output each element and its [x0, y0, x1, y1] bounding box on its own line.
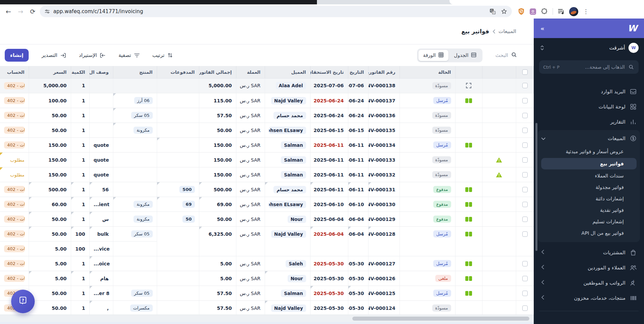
customer-badge[interactable]: Mohsen ELsawy — [269, 201, 306, 208]
import-button[interactable]: الإستيراد — [79, 52, 106, 58]
product-badge[interactable]: مكرونة — [134, 127, 152, 134]
customer-badge[interactable]: Najd Valley — [271, 97, 306, 104]
site-settings-icon[interactable] — [45, 9, 50, 14]
sidebar-subitem[interactable]: سندات العملاء — [538, 170, 640, 182]
invoice-row[interactable]: ملغىINV-0001262025-05-302025-05-30NourSA… — [0, 271, 534, 286]
customer-badge[interactable]: Najd Valley — [271, 230, 306, 238]
bookmark-star-icon[interactable] — [501, 8, 507, 14]
account-badge[interactable]: 402 - مبيعات — [4, 186, 25, 193]
invoice-row[interactable]: مسودّةINV-0001242025-05-302025-05-30Najd… — [0, 301, 534, 315]
customer-badge[interactable]: Salman — [281, 141, 306, 149]
invoice-row[interactable]: ...vice1005.00402 - مبيعات — [0, 241, 534, 256]
account-badge[interactable]: 402 - مبيعات — [4, 127, 25, 134]
invoice-row[interactable]: مسودّةINV-0001382025-07-062025-07-06Alaa… — [0, 78, 534, 93]
account-badge[interactable]: 402 - مبيعات — [4, 112, 25, 119]
row-checkbox[interactable] — [522, 83, 528, 88]
search-button[interactable]: البحث — [495, 52, 517, 59]
account-badge[interactable]: 402 - مبيعات — [4, 82, 25, 89]
horizontal-scrollbar-thumb[interactable] — [352, 317, 529, 321]
row-checkbox[interactable] — [522, 261, 528, 266]
invoice-row[interactable]: مسودّةINV-0001362025-06-242025-06-24محمد… — [0, 108, 534, 123]
sidebar-subitem[interactable]: إشعارات دائنة — [538, 193, 640, 204]
column-header-select[interactable] — [516, 66, 534, 78]
sidebar-item-reports[interactable]: التقارير — [538, 114, 640, 129]
row-checkbox[interactable] — [522, 217, 528, 222]
sidebar-subitem[interactable]: عروض أسعار و فواتير مبدئية — [538, 146, 640, 157]
browser-menu-icon[interactable]: ⋮ — [583, 8, 589, 15]
horizontal-scrollbar[interactable] — [0, 315, 534, 322]
account-badge[interactable]: 402 - مبيعات — [4, 230, 25, 237]
journal-entry-icon[interactable] — [460, 202, 478, 207]
row-checkbox[interactable] — [522, 291, 528, 296]
shield-extension-icon[interactable] — [518, 8, 525, 15]
account-badge[interactable]: 402 - مبيعات — [4, 275, 25, 282]
customer-badge[interactable]: Salman — [281, 156, 306, 164]
sidebar-item-inventory[interactable]: منتجات، خدمات، مخزون — [538, 290, 640, 305]
sidebar-subitem[interactable]: فواتير نقدية — [538, 204, 640, 216]
sidebar-item-contacts[interactable]: العملاء و الموردين — [538, 260, 640, 275]
customer-badge[interactable]: محمد حسام — [273, 186, 306, 193]
reload-icon[interactable]: ⟳ — [28, 6, 38, 17]
browser-profile-avatar[interactable] — [569, 7, 578, 16]
customer-badge[interactable]: Saleh — [286, 260, 306, 267]
journal-entry-icon[interactable] — [460, 98, 478, 103]
invoice-row[interactable]: مُرسلINV-0001272025-05-302025-05-30Saleh… — [0, 256, 534, 271]
account-badge[interactable]: 402 - مبيعات — [4, 245, 25, 252]
forward-icon[interactable]: → — [16, 6, 26, 17]
pink-extension-icon[interactable] — [529, 8, 536, 15]
payment-badge[interactable]: 50 — [182, 216, 195, 223]
customer-badge[interactable]: Salman — [281, 290, 306, 297]
media-playlist-icon[interactable] — [558, 8, 564, 14]
sidebar-item-dashboard[interactable]: لوحة البيانات — [538, 99, 640, 114]
row-checkbox[interactable] — [522, 231, 528, 237]
extensions-puzzle-icon[interactable] — [541, 8, 548, 15]
customer-badge[interactable]: محمد حسام — [273, 112, 306, 119]
invoice-row[interactable]: مسودّةINV-0001332025-06-112025-06-11Salm… — [0, 153, 534, 167]
create-button[interactable]: إنشاء — [5, 49, 29, 62]
product-badge[interactable]: مكسرات — [130, 304, 153, 312]
sort-button[interactable]: ترتيب — [152, 52, 173, 58]
row-checkbox[interactable] — [522, 113, 528, 118]
product-badge[interactable]: 05 سكر — [131, 290, 153, 297]
payment-badge[interactable]: 69 — [182, 201, 195, 208]
invoice-row[interactable]: مُرسلINV-0001372025-06-242025-06-24Najd … — [0, 93, 534, 108]
sidebar-subitem[interactable]: فواتير بيع من ال API — [538, 227, 640, 239]
invoice-row[interactable]: مُرسلINV-0001252025-05-302025-05-30Salma… — [0, 286, 534, 301]
customer-badge[interactable]: Nour — [288, 275, 306, 282]
invoice-row[interactable]: مسودّةINV-0001322025-06-112025-06-11Salm… — [0, 167, 534, 182]
row-checkbox[interactable] — [522, 172, 528, 177]
customer-badge[interactable]: Mohsen ELsawy — [269, 127, 306, 134]
account-badge[interactable]: 402 - مبيعات — [4, 97, 25, 104]
help-button[interactable]: ? — [11, 290, 35, 313]
payment-badge[interactable]: 500 — [179, 186, 195, 193]
invoice-row[interactable]: مدفوعINV-0001302025-06-102025-06-10Mohse… — [0, 197, 534, 212]
journal-entry-icon[interactable] — [460, 217, 478, 222]
customer-badge[interactable]: Nour — [288, 216, 306, 223]
row-checkbox[interactable] — [522, 98, 528, 103]
row-checkbox[interactable] — [522, 202, 528, 207]
invoice-row[interactable]: مدفوعINV-0001292025-06-042025-06-04NourS… — [0, 212, 534, 227]
row-checkbox[interactable] — [522, 305, 528, 311]
row-checkbox[interactable] — [522, 187, 528, 192]
wafeq-logo[interactable]: W — [627, 24, 637, 33]
export-button[interactable]: التصدير — [41, 52, 66, 58]
address-bar[interactable]: app.wafeq.com/c/141771/invoicing G文 — [40, 6, 512, 17]
invoice-row[interactable]: مسودّةINV-0001352025-06-152025-06-15Mohs… — [0, 123, 534, 138]
view-sheet-option[interactable]: الورقة — [418, 50, 449, 61]
sidebar-subitem[interactable]: إشعارات تسليم — [538, 216, 640, 227]
account-badge[interactable]: 402 - مبيعات — [4, 201, 25, 208]
url-text[interactable]: app.wafeq.com/c/141771/invoicing — [53, 8, 143, 14]
translate-icon[interactable]: G文 — [490, 8, 496, 14]
customer-badge[interactable]: Alaa Adel — [276, 82, 306, 89]
invoice-row[interactable]: مُرسلINV-0001342025-06-112025-06-11Salma… — [0, 138, 534, 153]
row-checkbox[interactable] — [522, 128, 528, 133]
customer-badge[interactable]: Najd Valley — [271, 304, 306, 312]
sidebar-subitem[interactable]: فواتير مجدولة — [538, 182, 640, 193]
filter-button[interactable]: تصفية — [118, 52, 139, 58]
journal-entry-icon[interactable] — [460, 261, 478, 266]
expand-row-icon[interactable] — [460, 83, 478, 89]
sidebar-subitem-active[interactable]: فواتير بيع — [541, 158, 637, 169]
journal-entry-icon[interactable] — [460, 142, 478, 148]
sidebar-item-purchases[interactable]: المشتريات — [538, 245, 640, 260]
product-badge[interactable]: مكرونة — [134, 216, 152, 223]
